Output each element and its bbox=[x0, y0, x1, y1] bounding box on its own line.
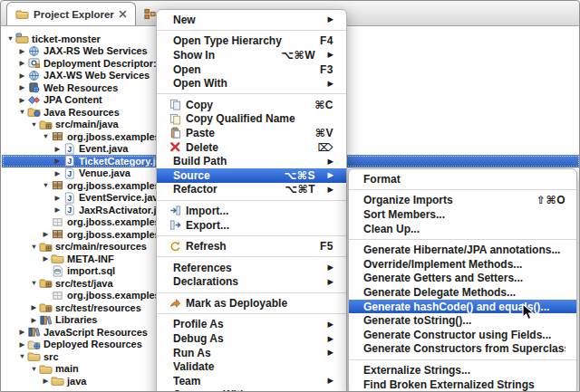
expand-arrow-icon[interactable]: ▶ bbox=[41, 253, 51, 264]
menu-item-shortcut: ⌦ bbox=[318, 141, 334, 154]
submenu-arrow-icon: ▶ bbox=[324, 13, 334, 26]
menu-item-shortcut: ⌘V bbox=[315, 127, 334, 139]
expand-arrow-icon[interactable]: ▶ bbox=[53, 192, 63, 204]
menu-item-copy[interactable]: Copy⌘C bbox=[157, 98, 346, 112]
package-empty-icon bbox=[51, 216, 64, 228]
menu-item-refresh[interactable]: RefreshF5 bbox=[157, 239, 346, 253]
expand-arrow-icon[interactable]: ▶ bbox=[53, 155, 63, 167]
expand-arrow-icon[interactable]: ▶ bbox=[29, 314, 39, 326]
menu-item-format[interactable]: Format bbox=[349, 172, 576, 186]
menu-item-generate-delegate-methods[interactable]: Generate Delegate Methods... bbox=[349, 285, 576, 300]
menu-item-label: Override/Implement Methods... bbox=[363, 258, 566, 271]
menu-item-paste[interactable]: Paste⌘V bbox=[157, 126, 346, 140]
tab-label: Project Explorer bbox=[34, 9, 114, 20]
collapse-arrow-icon[interactable]: ▼ bbox=[17, 350, 27, 362]
menu-item-label: Externalize Strings... bbox=[363, 364, 566, 377]
expand-arrow-icon[interactable]: ▶ bbox=[53, 143, 63, 155]
deploy-icon bbox=[169, 297, 182, 309]
menu-item-refactor[interactable]: Refactor⌥⌘T▶ bbox=[157, 183, 346, 197]
menu-item-team[interactable]: Team▶ bbox=[157, 374, 346, 388]
menu-item-references[interactable]: References▶ bbox=[157, 261, 346, 275]
expand-arrow-icon[interactable]: ▶ bbox=[41, 375, 51, 387]
menu-separator bbox=[157, 91, 346, 98]
library-icon bbox=[39, 314, 53, 326]
menu-item-generate-hashcode-and-equals[interactable]: Generate hashCode() and equals()... bbox=[349, 300, 576, 314]
menu-item-generate-hibernate-jpa-annotations[interactable]: Generate Hibernate/JPA annotations... bbox=[349, 243, 576, 257]
expand-arrow-icon[interactable]: ▶ bbox=[53, 204, 63, 215]
menu-item-export[interactable]: Export... bbox=[157, 218, 346, 233]
menu-item-generate-constructors-from-superclass[interactable]: Generate Constructors from Superclass... bbox=[349, 342, 576, 357]
menu-item-open-with[interactable]: Open With▶ bbox=[157, 76, 346, 91]
menu-item-label: Generate toString()... bbox=[363, 314, 566, 327]
menu-item-debug-as[interactable]: Debug As▶ bbox=[157, 331, 346, 346]
javafile-icon: J bbox=[63, 155, 76, 167]
menu-item-label: Refresh bbox=[186, 240, 309, 253]
folder-icon bbox=[39, 363, 53, 375]
javares-icon bbox=[27, 106, 41, 118]
expand-arrow-icon[interactable]: ▶ bbox=[17, 57, 27, 69]
javafile-icon: J bbox=[63, 204, 76, 215]
menu-item-label: Copy Qualified Name bbox=[186, 112, 334, 125]
menu-item-show-in[interactable]: Show In⌥⌘W▶ bbox=[157, 48, 346, 62]
menu-item-delete[interactable]: Delete⌦ bbox=[157, 140, 346, 155]
sqlfile-icon bbox=[51, 265, 64, 277]
submenu-arrow-icon: ▶ bbox=[324, 77, 334, 91]
expand-arrow-icon[interactable]: ▶ bbox=[29, 301, 39, 313]
collapse-arrow-icon[interactable]: ▼ bbox=[29, 277, 39, 289]
collapse-arrow-icon[interactable]: ▼ bbox=[5, 33, 15, 44]
menu-item-organize-imports[interactable]: Organize Imports⇧⌘O bbox=[349, 194, 576, 208]
menu-item-shortcut: ⌘C bbox=[314, 99, 334, 111]
collapse-arrow-icon[interactable]: ▼ bbox=[41, 179, 51, 191]
menu-item-open-type-hierarchy[interactable]: Open Type HierarchyF4 bbox=[157, 34, 346, 49]
expand-arrow-icon[interactable]: ▶ bbox=[17, 339, 27, 350]
menu-item-label: Run As bbox=[173, 347, 315, 359]
expand-arrow-icon[interactable]: ▶ bbox=[17, 326, 27, 338]
menu-item-sort-members[interactable]: Sort Members... bbox=[349, 207, 576, 222]
menu-item-label: Source bbox=[173, 169, 274, 182]
menu-item-import[interactable]: Import... bbox=[157, 204, 346, 218]
menu-item-generate-getters-and-setters[interactable]: Generate Getters and Setters... bbox=[349, 272, 576, 286]
collapse-arrow-icon[interactable]: ▼ bbox=[29, 119, 39, 130]
menu-item-validate[interactable]: Validate bbox=[157, 359, 346, 374]
menu-item-generate-tostring[interactable]: Generate toString()... bbox=[349, 313, 576, 328]
collapse-arrow-icon[interactable]: ▼ bbox=[41, 130, 51, 142]
menu-item-run-as[interactable]: Run As▶ bbox=[157, 346, 346, 360]
tree-item-label: src/main/resources bbox=[55, 241, 150, 252]
menu-item-mark-as-deployable[interactable]: Mark as Deployable bbox=[157, 296, 346, 311]
menu-item-generate-constructor-using-fields[interactable]: Generate Constructor using Fields... bbox=[349, 328, 576, 342]
expand-arrow-icon[interactable]: ▶ bbox=[17, 70, 27, 81]
menu-item-find-broken-externalized-strings[interactable]: Find Broken Externalized Strings bbox=[349, 378, 576, 392]
copy-qualified-icon bbox=[169, 113, 182, 125]
menu-item-override-implement-methods[interactable]: Override/Implement Methods... bbox=[349, 257, 576, 272]
expand-arrow-icon[interactable]: ▶ bbox=[53, 167, 63, 179]
tree-item-label: src/test/resources bbox=[55, 302, 145, 313]
menu-item-shortcut: F5 bbox=[320, 240, 334, 253]
menu-item-build-path[interactable]: Build Path▶ bbox=[157, 154, 346, 168]
tree-item-label: Web Resources bbox=[44, 82, 121, 93]
menu-item-externalize-strings[interactable]: Externalize Strings... bbox=[349, 363, 576, 378]
expand-arrow-icon[interactable]: ▶ bbox=[17, 94, 27, 106]
menu-item-label: Validate bbox=[173, 360, 334, 373]
menu-item-new[interactable]: New▶ bbox=[157, 13, 346, 27]
tab-project-explorer[interactable]: Project Explorer bbox=[6, 2, 136, 25]
menu-item-source[interactable]: Source⌥⌘S▶ bbox=[157, 168, 346, 183]
menu-item-label: Show In bbox=[173, 49, 270, 62]
menu-item-declarations[interactable]: Declarations▶ bbox=[157, 275, 346, 290]
tree-item-label: src bbox=[44, 351, 63, 362]
webservice-icon bbox=[27, 45, 41, 57]
close-icon[interactable] bbox=[119, 10, 127, 18]
expand-arrow-icon[interactable]: ▶ bbox=[41, 228, 51, 240]
menu-item-open[interactable]: OpenF3 bbox=[157, 62, 346, 77]
context-menu: New▶Open Type HierarchyF4Show In⌥⌘W▶Open… bbox=[156, 9, 347, 392]
expand-arrow-icon[interactable]: ▶ bbox=[17, 45, 27, 57]
menu-item-compare-with[interactable]: Compare With▶ bbox=[157, 388, 346, 392]
menu-item-copy-qualified-name[interactable]: Copy Qualified Name bbox=[157, 112, 346, 127]
collapse-arrow-icon[interactable]: ▼ bbox=[29, 241, 39, 253]
collapse-arrow-icon[interactable]: ▼ bbox=[17, 106, 27, 118]
collapse-arrow-icon[interactable]: ▼ bbox=[29, 363, 39, 375]
menu-item-profile-as[interactable]: Profile As▶ bbox=[157, 318, 346, 332]
expand-arrow-icon[interactable]: ▶ bbox=[17, 81, 27, 93]
menu-item-label: Declarations bbox=[173, 275, 315, 288]
menu-item-clean-up[interactable]: Clean Up... bbox=[349, 222, 576, 236]
svg-text:J: J bbox=[67, 194, 72, 203]
